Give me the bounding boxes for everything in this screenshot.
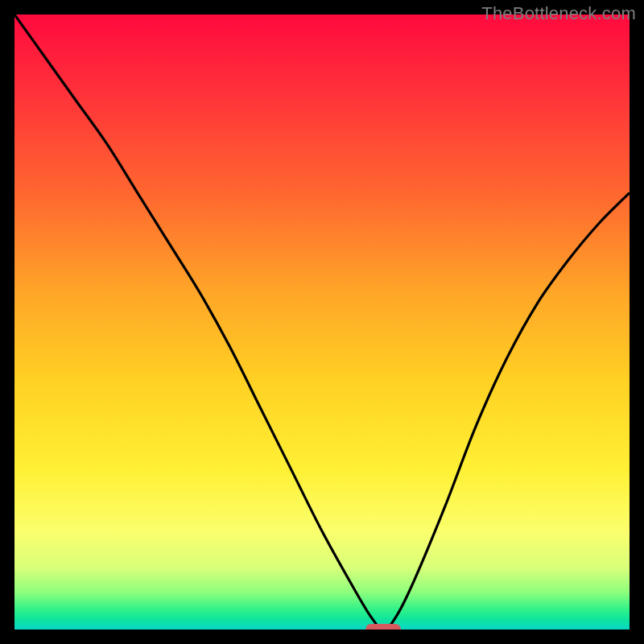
chart-frame: TheBottleneck.com <box>0 0 644 644</box>
optimal-marker <box>365 624 401 630</box>
watermark-text: TheBottleneck.com <box>481 3 636 24</box>
curve-path <box>14 14 630 630</box>
plot-area <box>14 14 630 630</box>
bottleneck-curve <box>14 14 630 630</box>
